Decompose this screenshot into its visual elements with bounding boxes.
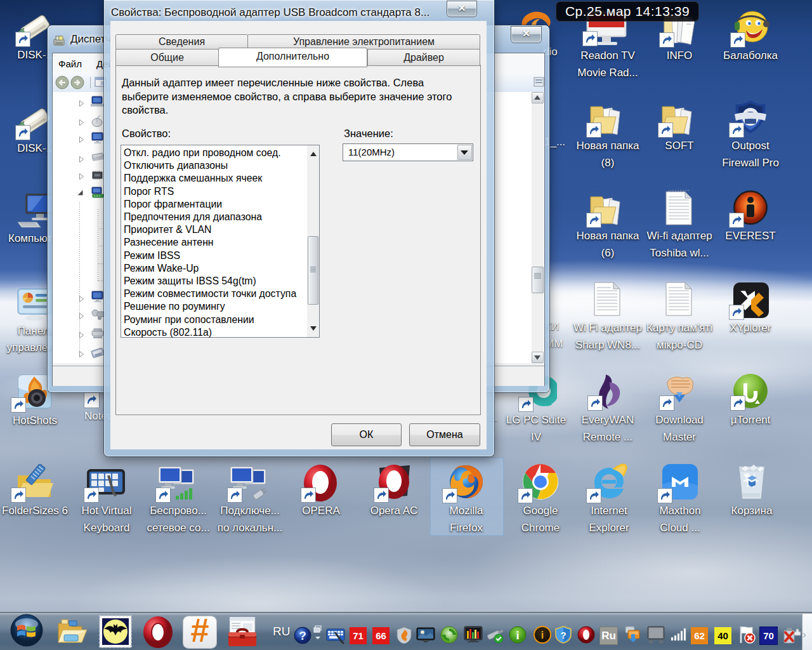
svg-text:?: ? xyxy=(560,630,566,640)
svg-text:i: i xyxy=(541,630,544,640)
svg-text:?: ? xyxy=(299,629,306,642)
svg-text:i: i xyxy=(516,629,519,642)
